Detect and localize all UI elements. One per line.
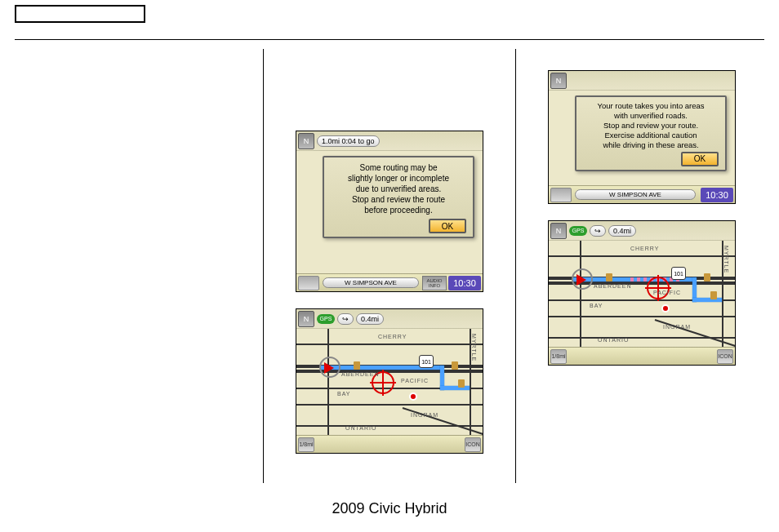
- popup-line: while driving in these areas.: [581, 140, 721, 150]
- highway-shield: 101: [671, 267, 686, 280]
- poi-icon: [710, 291, 717, 299]
- icon-button[interactable]: ICON: [717, 349, 733, 364]
- column-1: [15, 49, 260, 483]
- street-label: CHERRY: [378, 334, 407, 339]
- popup-line: Some routing may be: [329, 162, 468, 173]
- header-box: [15, 5, 145, 23]
- clock: 10:30: [448, 276, 481, 290]
- route-line: [692, 298, 722, 302]
- destination-marker: [409, 392, 417, 401]
- horizontal-rule: [15, 39, 764, 40]
- nav-map-off: N GPS ↪ 0.4mi: [296, 308, 483, 454]
- column-2: N 1.0mi 0:04 to go Some routing may be s…: [267, 49, 512, 483]
- road: [327, 329, 329, 435]
- road: [549, 255, 735, 257]
- vehicle-arrow-icon: [576, 274, 586, 286]
- road: [549, 316, 735, 317]
- distance-chip: 1.0mi 0:04 to go: [317, 135, 380, 147]
- nav-bottom-bar: 1/8mi ICON: [296, 435, 483, 453]
- poi-icon: [452, 361, 458, 370]
- gps-icon: GPS: [317, 314, 335, 324]
- compass-label: N: [304, 137, 309, 145]
- nav-map-body: 101 CHERRY ABERDEEN PACIFIC BAY INGRAM O…: [296, 329, 483, 435]
- street-label: BAY: [337, 391, 351, 397]
- popup-line: Your route takes you into areas: [581, 101, 721, 111]
- poi-icon: [606, 273, 612, 282]
- content-columns: N 1.0mi 0:04 to go Some routing may be s…: [15, 49, 764, 483]
- audio-info-button[interactable]: AUDIO INFO: [422, 276, 447, 290]
- popup-line: Stop and review your route.: [581, 121, 721, 131]
- street-label: ABERDEEN: [341, 371, 380, 377]
- vehicle-arrow-icon: [324, 362, 334, 374]
- poi-icon: [704, 273, 710, 282]
- nav-map-body: 101 CHERRY ABERDEEN PACIFIC BAY INGRAM O…: [549, 241, 735, 347]
- scale-button[interactable]: 1/8mi: [550, 349, 567, 364]
- compass-label: N: [556, 227, 562, 235]
- ok-button[interactable]: OK: [429, 219, 466, 233]
- nav-map-on: N GPS ↪ 0.4mi: [548, 220, 736, 366]
- street-label: ABERDEEN: [594, 283, 632, 289]
- street-label: MYRTLE: [723, 246, 729, 273]
- compass-icon: N: [298, 133, 314, 149]
- street-label: MYRTLE: [471, 334, 477, 361]
- street-label: ONTARIO: [598, 337, 629, 343]
- popup-line: before proceeding.: [329, 205, 468, 215]
- scale-box: [298, 276, 319, 290]
- distance-chip: 0.4mi: [608, 225, 636, 237]
- popup-line: with unverified roads.: [581, 111, 721, 121]
- crosshair-icon: [647, 277, 670, 299]
- popup-line: due to unverified areas.: [329, 184, 468, 194]
- popup-line: Exercise additional caution: [581, 131, 721, 140]
- nav-top-bar: N GPS ↪ 0.4mi: [549, 221, 735, 241]
- destination-marker: [661, 304, 670, 313]
- road: [296, 344, 483, 345]
- nav-top-bar: N 1.0mi 0:04 to go: [296, 131, 483, 151]
- column-divider: [263, 49, 264, 483]
- street-label: ONTARIO: [345, 425, 376, 431]
- column-divider: [515, 49, 516, 483]
- street-name: W SIMPSON AVE: [575, 189, 696, 200]
- nav-screen-off-popup: N 1.0mi 0:04 to go Some routing may be s…: [296, 131, 483, 292]
- nav-bottom-bar: W SIMPSON AVE 10:30: [549, 185, 735, 203]
- compass-label: N: [556, 77, 562, 85]
- column-3: N Your route takes you into areas with u…: [519, 49, 764, 483]
- gps-icon: GPS: [569, 226, 587, 236]
- footer-text: 2009 Civic Hybrid: [0, 500, 779, 517]
- clock: 10:30: [701, 188, 733, 202]
- street-label: PACIFIC: [653, 290, 681, 295]
- nav-screen-on-popup: N Your route takes you into areas with u…: [548, 70, 736, 204]
- poi-icon: [458, 379, 465, 388]
- ok-button[interactable]: OK: [681, 152, 719, 166]
- arrow-icon: ↪: [590, 225, 606, 237]
- street-label: INGRAM: [663, 324, 691, 330]
- poi-icon: [354, 361, 360, 370]
- route-line: [440, 386, 470, 390]
- arrow-icon: ↪: [337, 313, 354, 325]
- distance-chip: 0.4mi: [356, 313, 384, 325]
- icon-button[interactable]: ICON: [465, 437, 481, 452]
- nav-map-body: Your route takes you into areas with unv…: [549, 91, 735, 185]
- street-label: CHERRY: [630, 246, 659, 251]
- nav-map-body: Some routing may be slightly longer or i…: [296, 151, 483, 273]
- compass-label: N: [304, 315, 309, 323]
- scale-button[interactable]: 1/8mi: [298, 437, 314, 452]
- street-label: INGRAM: [411, 412, 438, 418]
- compass-icon: N: [298, 311, 314, 327]
- street-name: W SIMPSON AVE: [323, 277, 419, 288]
- nav-top-bar: N: [549, 71, 735, 91]
- nav-bottom-bar: 1/8mi ICON: [549, 347, 735, 365]
- popup-line: slightly longer or incomplete: [329, 173, 468, 184]
- nav-top-bar: N GPS ↪ 0.4mi: [296, 309, 483, 329]
- caution-popup: Some routing may be slightly longer or i…: [323, 156, 474, 238]
- scale-box: [550, 188, 572, 202]
- street-label: BAY: [590, 303, 603, 308]
- highway-shield: 101: [419, 355, 434, 368]
- nav-bottom-bar: W SIMPSON AVE AUDIO INFO 10:30: [296, 273, 483, 291]
- popup-line: Stop and review the route: [329, 194, 468, 205]
- compass-icon: N: [550, 223, 567, 239]
- caution-popup: Your route takes you into areas with unv…: [575, 95, 727, 171]
- road: [296, 404, 483, 406]
- street-label: PACIFIC: [401, 378, 429, 383]
- compass-icon: N: [550, 73, 567, 89]
- road: [580, 241, 581, 347]
